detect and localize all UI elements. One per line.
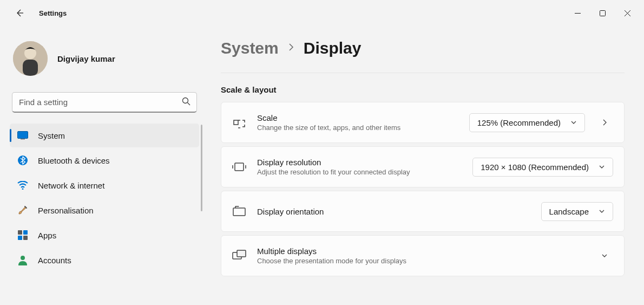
- svg-point-4: [183, 98, 188, 103]
- svg-rect-10: [23, 230, 28, 235]
- chevron-right-icon: [601, 119, 608, 126]
- setting-subtitle: Adjust the resolution to fit your connec…: [257, 168, 462, 176]
- svg-rect-3: [23, 60, 38, 76]
- maximize-icon: [600, 10, 606, 16]
- apps-icon: [17, 230, 28, 241]
- svg-rect-16: [233, 208, 245, 216]
- maximize-button[interactable]: [590, 4, 615, 22]
- sidebar-item-apps[interactable]: Apps: [10, 223, 199, 247]
- dropdown-value: Landscape: [549, 207, 589, 216]
- close-button[interactable]: [615, 4, 640, 22]
- dropdown-value: 1920 × 1080 (Recommended): [481, 163, 589, 172]
- svg-point-13: [21, 256, 25, 260]
- sidebar: Digvijay kumar System Bluetooth & dev: [0, 26, 206, 305]
- search-icon: [182, 97, 190, 108]
- sidebar-item-personalisation[interactable]: Personalisation: [10, 198, 199, 222]
- nav: System Bluetooth & devices Network & int…: [10, 124, 199, 272]
- dropdown-value: 125% (Recommended): [477, 118, 561, 127]
- titlebar: Settings: [0, 0, 644, 26]
- orientation-icon: [232, 204, 246, 218]
- setting-subtitle: Change the size of text, apps, and other…: [257, 124, 458, 132]
- app-title: Settings: [39, 9, 67, 17]
- sidebar-item-accounts[interactable]: Accounts: [10, 248, 199, 272]
- system-icon: [17, 130, 28, 141]
- setting-title: Multiple displays: [257, 246, 585, 256]
- breadcrumb-parent[interactable]: System: [221, 39, 279, 57]
- bluetooth-icon: [17, 155, 28, 166]
- close-icon: [625, 10, 630, 16]
- back-button[interactable]: [13, 7, 26, 20]
- search-input[interactable]: [12, 92, 197, 113]
- person-icon: [17, 255, 28, 265]
- svg-point-8: [22, 189, 24, 190]
- sidebar-item-label: Bluetooth & devices: [38, 156, 110, 165]
- divider: [221, 73, 625, 73]
- orientation-dropdown[interactable]: Landscape: [541, 202, 613, 221]
- chevron-down-icon: [599, 164, 605, 170]
- setting-row-orientation: Display orientation Landscape: [221, 191, 625, 232]
- svg-rect-14: [234, 120, 238, 125]
- paintbrush-icon: [17, 205, 28, 216]
- section-title: Scale & layout: [221, 85, 625, 94]
- setting-row-resolution: Display resolution Adjust the resolution…: [221, 146, 625, 187]
- sidebar-item-system[interactable]: System: [10, 124, 199, 147]
- chevron-right-icon: [287, 43, 295, 53]
- svg-rect-11: [18, 236, 22, 240]
- setting-title: Display orientation: [257, 207, 530, 216]
- sidebar-item-label: Personalisation: [38, 206, 94, 215]
- expand-toggle[interactable]: [596, 252, 613, 259]
- sidebar-item-label: Network & internet: [38, 181, 104, 190]
- wifi-icon: [17, 180, 28, 191]
- profile-block[interactable]: Digvijay kumar: [10, 37, 199, 89]
- scale-dropdown[interactable]: 125% (Recommended): [469, 113, 585, 132]
- setting-title: Scale: [257, 113, 458, 122]
- content: System Display Scale & layout Scale Chan…: [206, 26, 644, 305]
- resolution-icon: [232, 160, 246, 174]
- sidebar-item-bluetooth[interactable]: Bluetooth & devices: [10, 148, 199, 172]
- svg-point-18: [238, 206, 239, 206]
- svg-point-17: [235, 206, 235, 206]
- sidebar-item-label: System: [38, 131, 65, 140]
- chevron-down-icon: [601, 252, 608, 259]
- setting-row-scale: Scale Change the size of text, apps, and…: [221, 102, 625, 143]
- svg-rect-9: [18, 230, 22, 235]
- minimize-button[interactable]: [565, 4, 590, 22]
- sidebar-item-label: Accounts: [38, 256, 71, 265]
- multiple-displays-icon: [232, 249, 246, 263]
- chevron-down-icon: [570, 119, 577, 126]
- setting-subtitle: Choose the presentation mode for your di…: [257, 257, 585, 265]
- svg-rect-0: [600, 10, 605, 16]
- sidebar-item-network[interactable]: Network & internet: [10, 173, 199, 197]
- breadcrumb-current: Display: [304, 39, 362, 57]
- chevron-down-icon: [599, 208, 605, 215]
- svg-rect-5: [18, 132, 28, 139]
- profile-name: Digvijay kumar: [57, 54, 115, 63]
- breadcrumb: System Display: [221, 39, 625, 57]
- expand-arrow[interactable]: [596, 119, 613, 126]
- resolution-dropdown[interactable]: 1920 × 1080 (Recommended): [472, 158, 613, 177]
- sidebar-item-label: Apps: [38, 231, 56, 240]
- svg-rect-20: [237, 250, 246, 257]
- setting-title: Display resolution: [257, 158, 462, 167]
- setting-row-multiple-displays[interactable]: Multiple displays Choose the presentatio…: [221, 235, 625, 276]
- sidebar-scrollbar[interactable]: [201, 125, 202, 211]
- scale-icon: [232, 115, 246, 129]
- svg-rect-15: [235, 163, 244, 171]
- window-controls: [565, 4, 640, 22]
- avatar: [13, 41, 48, 76]
- svg-rect-6: [21, 139, 25, 140]
- svg-rect-12: [23, 236, 28, 240]
- svg-point-2: [24, 47, 36, 59]
- arrow-left-icon: [15, 9, 24, 17]
- minimize-icon: [575, 10, 581, 16]
